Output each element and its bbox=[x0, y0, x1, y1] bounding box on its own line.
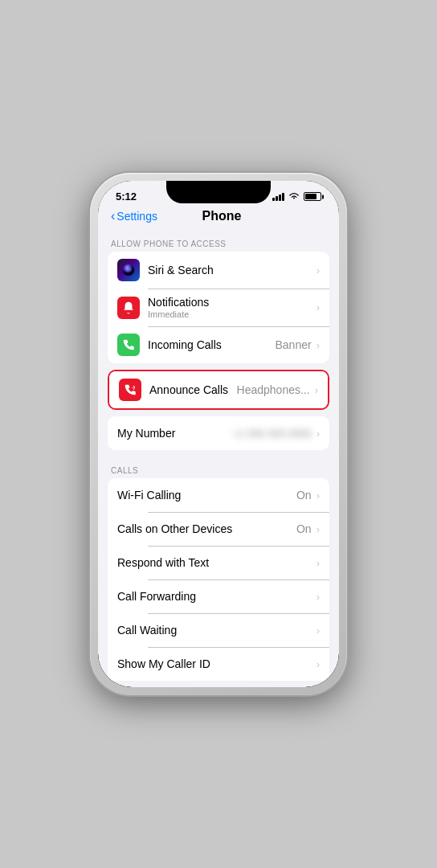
status-icons bbox=[272, 192, 321, 202]
respond-text-row[interactable]: Respond with Text › bbox=[108, 546, 329, 579]
wifi-calling-value: On bbox=[296, 489, 312, 502]
phone-device: 5:12 bbox=[90, 173, 347, 695]
announce-calls-title: Announce Calls bbox=[149, 383, 237, 396]
section-header-calls: CALLS bbox=[98, 457, 339, 478]
my-number-right: +1 555 555 5555 › bbox=[233, 428, 320, 440]
incoming-calls-chevron-icon: › bbox=[317, 339, 320, 351]
svg-point-1 bbox=[125, 268, 131, 272]
calls-other-value: On bbox=[296, 522, 312, 535]
caller-id-chevron-icon: › bbox=[317, 658, 320, 670]
siri-search-row[interactable]: Siri & Search › bbox=[108, 252, 329, 289]
announce-calls-content: Announce Calls bbox=[149, 383, 237, 396]
settings-content: ALLOW PHONE TO ACCESS bbox=[98, 230, 339, 687]
calls-other-chevron-icon: › bbox=[317, 523, 320, 535]
call-waiting-content: Call Waiting bbox=[117, 624, 317, 637]
caller-id-right: › bbox=[317, 658, 320, 670]
wifi-calling-title: Wi-Fi Calling bbox=[117, 489, 296, 502]
notifications-icon bbox=[117, 297, 140, 319]
announce-calls-right: Headphones... › bbox=[237, 383, 318, 396]
incoming-calls-value: Banner bbox=[276, 338, 312, 351]
notifications-right: › bbox=[317, 301, 320, 313]
respond-text-chevron-icon: › bbox=[317, 557, 320, 569]
announce-calls-highlighted: Announce Calls Headphones... › bbox=[108, 370, 329, 410]
call-waiting-right: › bbox=[317, 624, 320, 637]
incoming-calls-content: Incoming Calls bbox=[148, 338, 276, 351]
my-number-row[interactable]: My Number +1 555 555 5555 › bbox=[108, 416, 329, 450]
call-forwarding-content: Call Forwarding bbox=[117, 590, 317, 603]
call-forwarding-right: › bbox=[317, 591, 320, 603]
respond-text-title: Respond with Text bbox=[117, 556, 317, 569]
nav-bar: ‹ Settings Phone bbox=[98, 206, 339, 230]
notifications-content: Notifications Immediate bbox=[148, 296, 317, 319]
caller-id-title: Show My Caller ID bbox=[117, 657, 317, 670]
calls-other-right: On › bbox=[296, 522, 320, 535]
notch bbox=[166, 181, 271, 203]
my-number-chevron-icon: › bbox=[317, 428, 320, 440]
siri-search-right: › bbox=[317, 264, 320, 276]
wifi-calling-row[interactable]: Wi-Fi Calling On › bbox=[108, 478, 329, 512]
back-label: Settings bbox=[116, 210, 157, 223]
siri-icon bbox=[117, 259, 140, 281]
call-waiting-chevron-icon: › bbox=[317, 624, 320, 637]
signal-icon bbox=[272, 193, 284, 201]
notifications-title: Notifications bbox=[148, 296, 317, 309]
section-header-allow: ALLOW PHONE TO ACCESS bbox=[98, 230, 339, 252]
call-forwarding-chevron-icon: › bbox=[317, 591, 320, 603]
back-chevron-icon: ‹ bbox=[111, 210, 115, 223]
wifi-icon bbox=[288, 192, 300, 202]
siri-search-content: Siri & Search bbox=[148, 264, 317, 276]
announce-calls-chevron-icon: › bbox=[315, 384, 318, 396]
caller-id-content: Show My Caller ID bbox=[117, 657, 317, 670]
announce-calls-value: Headphones... bbox=[237, 383, 310, 396]
incoming-calls-icon bbox=[117, 334, 140, 356]
my-number-title: My Number bbox=[117, 427, 233, 440]
announce-calls-row[interactable]: Announce Calls Headphones... › bbox=[109, 371, 328, 408]
announce-calls-icon bbox=[119, 379, 141, 401]
caller-id-row[interactable]: Show My Caller ID › bbox=[108, 647, 329, 681]
siri-search-title: Siri & Search bbox=[148, 264, 317, 276]
incoming-calls-right: Banner › bbox=[276, 338, 321, 351]
calls-other-title: Calls on Other Devices bbox=[117, 522, 296, 535]
page-title: Phone bbox=[157, 209, 286, 223]
respond-text-right: › bbox=[317, 557, 320, 569]
my-number-value: +1 555 555 5555 bbox=[233, 428, 312, 440]
back-button[interactable]: ‹ Settings bbox=[111, 210, 157, 223]
incoming-calls-title: Incoming Calls bbox=[148, 338, 276, 351]
call-waiting-row[interactable]: Call Waiting › bbox=[108, 613, 329, 647]
wifi-calling-chevron-icon: › bbox=[317, 489, 320, 502]
my-number-group: My Number +1 555 555 5555 › bbox=[108, 416, 329, 450]
calls-other-content: Calls on Other Devices bbox=[117, 522, 296, 535]
respond-text-content: Respond with Text bbox=[117, 556, 317, 569]
notifications-subtitle: Immediate bbox=[148, 309, 317, 319]
wifi-calling-content: Wi-Fi Calling bbox=[117, 489, 296, 502]
call-forwarding-title: Call Forwarding bbox=[117, 590, 317, 603]
wifi-calling-right: On › bbox=[296, 489, 320, 502]
calls-group: Wi-Fi Calling On › Calls on Other Device… bbox=[108, 478, 329, 681]
status-time: 5:12 bbox=[116, 190, 137, 203]
incoming-calls-row[interactable]: Incoming Calls Banner › bbox=[108, 326, 329, 363]
allow-access-group: Siri & Search › bbox=[108, 252, 329, 363]
call-forwarding-row[interactable]: Call Forwarding › bbox=[108, 579, 329, 613]
battery-icon bbox=[304, 192, 321, 201]
notifications-chevron-icon: › bbox=[317, 301, 320, 313]
call-waiting-title: Call Waiting bbox=[117, 624, 317, 637]
notifications-row[interactable]: Notifications Immediate › bbox=[108, 289, 329, 326]
calls-other-devices-row[interactable]: Calls on Other Devices On › bbox=[108, 512, 329, 546]
my-number-content: My Number bbox=[117, 427, 233, 440]
siri-chevron-icon: › bbox=[317, 264, 320, 276]
